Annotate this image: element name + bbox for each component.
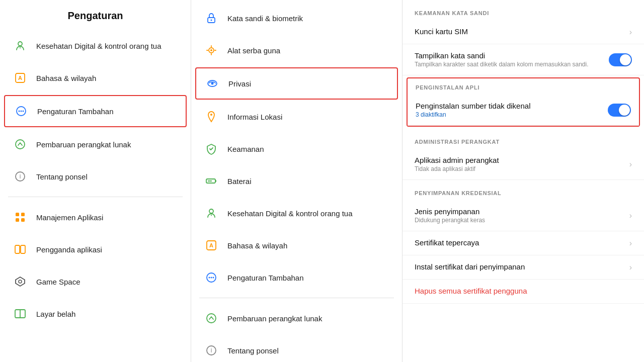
mid-item-baterai[interactable]: Baterai [191,165,402,197]
kunci-sim-content: Kunci kartu SIM [415,27,625,37]
digital-health2-icon [203,205,219,221]
sertifikat-tepercaya-content: Sertifikat tepercaya [415,238,625,248]
tampilkan-sandi-toggle[interactable] [609,53,632,66]
svg-point-33 [211,277,212,279]
right-item-kunci-sim[interactable]: Kunci kartu SIM › [403,20,644,44]
svg-point-4 [19,111,20,112]
section-penginstalan-apli: PENGINSTALAN APLI Penginstalan sumber ti… [407,77,640,127]
sidebar-item-language-label: Bahasa & wilayah [36,74,96,82]
game-space-icon [12,274,28,290]
sidebar-item-about-phone-label: Tentang ponsel [36,172,88,181]
mid-item-lokasi[interactable]: Informasi Lokasi [191,101,402,133]
instal-sertifikat-content: Instal sertifikat dari penyimpanan [415,262,625,272]
aplikasi-admin-subtitle: Tidak ada aplikasi aktif [415,165,625,172]
section-administrasi: ADMINISTRASI PERANGKAT Aplikasi admin pe… [403,129,644,180]
mid-item-alat-label: Alat serba guna [227,46,280,55]
mid-divider-1 [199,298,394,298]
section-header-administrasi: ADMINISTRASI PERANGKAT [403,129,644,149]
right-item-sertifikat-tepercaya[interactable]: Sertifikat tepercaya › [403,231,644,255]
pengaturan-tambahan-icon [203,269,219,286]
page-title: Pengaturan [0,0,191,30]
sidebar-item-about-phone[interactable]: i Tentang ponsel [0,160,191,193]
aplikasi-admin-chevron: › [629,160,632,169]
sidebar-item-app-management[interactable]: Manajemen Aplikasi [0,201,191,233]
sertifikat-tepercaya-chevron: › [629,239,632,248]
svg-rect-15 [21,245,25,253]
svg-text:i: i [20,173,21,180]
svg-text:A: A [209,242,213,248]
svg-point-6 [23,111,24,112]
svg-point-35 [207,314,216,323]
sertifikat-tepercaya-title: Sertifikat tepercaya [415,238,625,247]
mid-item-tentang[interactable]: i Tentang ponsel [191,334,402,362]
section-header-keamanan-kata-sandi: KEAMANAN KATA SANDI [403,0,644,20]
right-item-instal-sertifikat[interactable]: Instal sertifikat dari penyimpanan › [403,255,644,280]
hapus-sertifikat-content: Hapus semua sertifikat pengguna [415,287,632,296]
jenis-penyimpanan-chevron: › [629,211,632,220]
svg-text:i: i [211,347,212,354]
mid-item-privasi[interactable]: Privasi [195,67,398,100]
jenis-penyimpanan-title: Jenis penyimpanan [415,207,625,216]
sidebar-item-digital-health[interactable]: Kesehatan Digital & kontrol orang tua [0,30,191,62]
sidebar-item-app-management-label: Manajemen Aplikasi [36,213,103,222]
sidebar-item-dual-apps[interactable]: Pengganda aplikasi [0,233,191,265]
software-update-icon [12,136,28,152]
right-item-aplikasi-admin[interactable]: Aplikasi admin perangkat Tidak ada aplik… [403,149,644,180]
mid-item-keamanan-label: Keamanan [227,145,264,153]
mid-item-privasi-label: Privasi [228,79,251,88]
mid-item-pengaturan-tambahan[interactable]: Pengaturan Tambahan [191,261,402,294]
svg-point-20 [211,20,212,21]
sidebar-item-screen-split[interactable]: Layar belah [0,298,191,330]
dual-apps-icon [12,241,28,257]
extra-settings-icon [13,103,29,119]
svg-point-22 [210,49,212,51]
instal-sertifikat-title: Instal sertifikat dari penyimpanan [415,262,625,271]
svg-point-24 [211,82,214,85]
svg-text:A: A [18,75,22,81]
screen-split-icon [12,306,28,322]
section-keamanan-kata-sandi: KEAMANAN KATA SANDI Kunci kartu SIM › Ta… [403,0,644,75]
tampilkan-sandi-content: Tampilkan kata sandi Tampilkan karakter … [415,51,609,68]
sidebar-item-extra-settings[interactable]: Pengaturan Tambahan [4,95,187,127]
svg-rect-13 [21,218,25,222]
mid-item-pembaruan[interactable]: Pembaruan perangkat lunak [191,302,402,334]
kunci-sim-chevron: › [629,28,632,37]
right-item-jenis-penyimpanan[interactable]: Jenis penyimpanan Didukung perangkat ker… [403,200,644,231]
hapus-sertifikat-title: Hapus semua sertifikat pengguna [415,287,632,295]
tampilkan-sandi-title: Tampilkan kata sandi [415,51,609,60]
mid-item-keamanan[interactable]: Keamanan [191,133,402,165]
section-header-penginstalan-apli: PENGINSTALAN APLI [408,78,639,95]
aplikasi-admin-title: Aplikasi admin perangkat [415,156,625,164]
penginstalan-sumber-content: Penginstalan sumber tidak dikenal 3 diak… [416,102,608,118]
jenis-penyimpanan-subtitle: Didukung perangkat keras [415,217,625,224]
mid-item-kata-sandi[interactable]: Kata sandi & biometrik [191,0,402,34]
svg-rect-14 [15,245,20,253]
sidebar-item-language[interactable]: A Bahasa & wilayah [0,62,191,94]
mid-item-digital-health2[interactable]: Kesehatan Digital & kontrol orang tua [191,197,402,229]
tentang-icon: i [203,342,219,358]
mid-item-alat[interactable]: Alat serba guna [191,34,402,66]
svg-point-0 [18,42,22,46]
sidebar-item-game-space-label: Game Space [36,278,80,286]
left-panel: Pengaturan Kesehatan Digital & kontrol o… [0,0,191,362]
mid-item-bahasa[interactable]: A Bahasa & wilayah [191,229,402,261]
sidebar-item-software-update[interactable]: Pembaruan perangkat lunak [0,128,191,160]
svg-rect-10 [16,213,19,216]
sidebar-item-game-space[interactable]: Game Space [0,265,191,298]
sidebar-item-dual-apps-label: Pengganda aplikasi [36,245,102,254]
right-item-penginstalan-sumber[interactable]: Penginstalan sumber tidak dikenal 3 diak… [408,95,639,126]
pembaruan-icon [203,310,219,326]
left-divider-1 [8,197,183,197]
mid-item-pembaruan-label: Pembaruan perangkat lunak [227,314,322,323]
lokasi-icon [203,109,219,125]
mid-item-lokasi-label: Informasi Lokasi [227,113,282,121]
about-phone-icon: i [12,168,28,185]
bahasa-icon: A [203,237,219,253]
right-item-hapus-sertifikat[interactable]: Hapus semua sertifikat pengguna [403,280,644,304]
mid-item-pengaturan-tambahan-label: Pengaturan Tambahan [227,274,304,282]
sidebar-item-extra-settings-label: Pengaturan Tambahan [37,107,114,116]
right-item-tampilkan-sandi[interactable]: Tampilkan kata sandi Tampilkan karakter … [403,44,644,75]
penginstalan-sumber-toggle[interactable] [608,104,631,117]
mid-item-digital-health2-label: Kesehatan Digital & kontrol orang tua [227,209,353,218]
mid-item-baterai-label: Baterai [227,177,252,186]
